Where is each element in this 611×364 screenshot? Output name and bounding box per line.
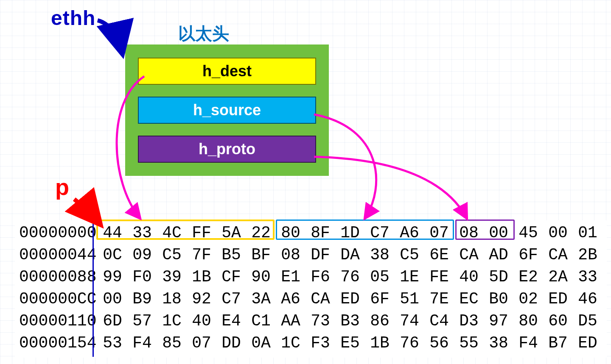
hex-byte: E2	[513, 266, 543, 288]
hex-byte: A6	[276, 288, 306, 310]
hex-byte: D5	[573, 310, 603, 332]
hex-byte: E4	[216, 310, 246, 332]
hex-byte: 55	[454, 332, 484, 354]
hex-byte: 8F	[306, 222, 335, 244]
hex-byte: 07	[187, 332, 216, 354]
ethernet-header-struct: h_dest h_source h_proto	[125, 44, 329, 176]
hex-byte: 38	[484, 332, 513, 354]
hex-byte: EC	[454, 288, 484, 310]
hex-byte: 99	[98, 266, 127, 288]
hex-byte: 5D	[484, 266, 513, 288]
hex-byte: DA	[335, 244, 365, 266]
hex-byte: D3	[454, 310, 484, 332]
hex-bytes: 53F48507DD0A1CF3E51B76565538F4B7ED	[98, 332, 603, 354]
hex-row: 0000008899F0391BCF90E1F676051EFE405DE22A…	[19, 266, 603, 288]
hex-byte: CA	[306, 288, 335, 310]
hex-byte: 56	[424, 332, 454, 354]
hex-offset: 000000CC	[19, 288, 98, 310]
p-pointer-label: p	[55, 174, 69, 200]
hex-byte: 53	[98, 332, 127, 354]
hex-offset: 00000088	[19, 266, 98, 288]
hex-byte: ED	[543, 288, 573, 310]
hex-byte: 38	[365, 244, 395, 266]
hex-byte: 7E	[424, 288, 454, 310]
hex-byte: 05	[365, 266, 395, 288]
hex-byte: 4C	[157, 222, 187, 244]
hex-offset: 00000110	[19, 310, 98, 332]
hex-byte: C1	[246, 310, 276, 332]
hex-byte: CF	[216, 266, 246, 288]
hex-byte: 0A	[246, 332, 276, 354]
hex-byte: B7	[543, 332, 573, 354]
hex-row: 0000000044334CFF5A22808F1DC7A60708004500…	[19, 222, 603, 244]
hex-byte: 18	[157, 288, 187, 310]
hex-byte: 1E	[395, 266, 424, 288]
hex-byte: 22	[246, 222, 276, 244]
hex-byte: F0	[127, 266, 157, 288]
hex-byte: 76	[395, 332, 424, 354]
hex-offset: 00000044	[19, 244, 98, 266]
hex-byte: C7	[216, 288, 246, 310]
hex-row: 000000440C09C57FB5BF08DFDA38C56ECAAD6FCA…	[19, 244, 603, 266]
hex-byte: C5	[157, 244, 187, 266]
hex-byte: 73	[306, 310, 335, 332]
hex-byte: BF	[246, 244, 276, 266]
hex-bytes: 00B91892C73AA6CAED6F517EECB002ED46	[98, 288, 603, 310]
hex-byte: 60	[543, 310, 573, 332]
hex-byte: 5A	[216, 222, 246, 244]
hex-bytes: 99F0391BCF90E1F676051EFE405DE22A33	[98, 266, 603, 288]
hex-byte: CA	[543, 244, 573, 266]
hex-byte: 1B	[365, 332, 395, 354]
hex-byte: 6E	[424, 244, 454, 266]
hex-byte: 07	[424, 222, 454, 244]
hex-byte: 80	[276, 222, 306, 244]
hex-byte: 40	[187, 310, 216, 332]
hex-byte: AD	[484, 244, 513, 266]
hex-byte: 2A	[543, 266, 573, 288]
hex-byte: 85	[157, 332, 187, 354]
hex-byte: 57	[127, 310, 157, 332]
field-h-proto: h_proto	[138, 136, 316, 163]
field-h-dest: h_dest	[138, 58, 316, 85]
hex-byte: 46	[573, 288, 603, 310]
hex-byte: ED	[335, 288, 365, 310]
hex-byte: 97	[484, 310, 513, 332]
hex-byte: FF	[187, 222, 216, 244]
hex-byte: F3	[306, 332, 335, 354]
hex-byte: DF	[306, 244, 335, 266]
hex-byte: B5	[216, 244, 246, 266]
hex-byte: 02	[513, 288, 543, 310]
hex-byte: 00	[543, 222, 573, 244]
hex-byte: E1	[276, 266, 306, 288]
hex-offset: 00000000	[19, 222, 98, 244]
hex-row: 000000CC00B91892C73AA6CAED6F517EECB002ED…	[19, 288, 603, 310]
hex-byte: F4	[127, 332, 157, 354]
hex-byte: 39	[157, 266, 187, 288]
hex-byte: 08	[276, 244, 306, 266]
hex-byte: C7	[365, 222, 395, 244]
hex-byte: 74	[395, 310, 424, 332]
hex-byte: C5	[395, 244, 424, 266]
hex-byte: 80	[513, 310, 543, 332]
hex-byte: 00	[98, 288, 127, 310]
ethernet-header-title: 以太头	[178, 22, 229, 45]
hex-byte: C4	[424, 310, 454, 332]
hex-offset-divider	[92, 217, 94, 357]
hex-byte: 6D	[98, 310, 127, 332]
hex-byte: 08	[454, 222, 484, 244]
hex-byte: A6	[395, 222, 424, 244]
field-h-source: h_source	[138, 97, 316, 124]
hex-row: 000001106D571C40E4C1AA73B38674C4D3978060…	[19, 310, 603, 332]
hex-bytes: 0C09C57FB5BF08DFDA38C56ECAAD6FCA2B	[98, 244, 603, 266]
hex-byte: E5	[335, 332, 365, 354]
hex-byte: 76	[335, 266, 365, 288]
hex-dump: 0000000044334CFF5A22808F1DC7A60708004500…	[15, 220, 607, 358]
hex-byte: 40	[454, 266, 484, 288]
hex-byte: DD	[216, 332, 246, 354]
hex-byte: 7F	[187, 244, 216, 266]
hex-byte: 44	[98, 222, 127, 244]
ethh-pointer-label: ethh	[51, 6, 95, 30]
hex-byte: B3	[335, 310, 365, 332]
hex-byte: B0	[484, 288, 513, 310]
hex-byte: B9	[127, 288, 157, 310]
